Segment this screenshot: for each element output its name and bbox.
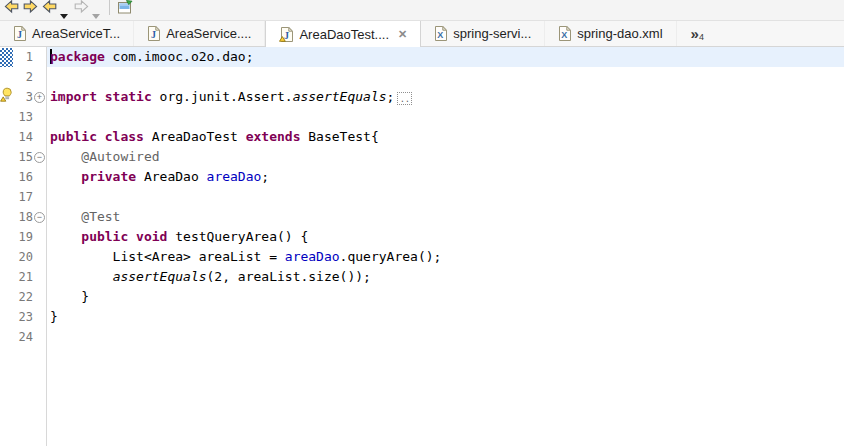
line-number: 2	[15, 67, 33, 87]
code-line-3: 3+import static org.junit.Assert.assertE…	[0, 87, 844, 107]
arrow-right-gray-icon	[74, 0, 89, 18]
svg-text:X: X	[437, 30, 443, 40]
token-static: assertEquals	[113, 269, 207, 284]
back-history-button[interactable]	[40, 0, 59, 18]
eclipse-ide-window: JAreaServiceT...JAreaService....JAreaDao…	[0, 0, 844, 446]
editor-tab-spring-daoxml[interactable]: Xspring-dao.xml	[545, 21, 676, 46]
fold-collapse-icon[interactable]: −	[34, 152, 45, 163]
code-text[interactable]	[47, 187, 844, 207]
back-history-button-dropdown[interactable]	[60, 0, 69, 23]
editor-tab-areaservice[interactable]: JAreaService....	[134, 21, 265, 46]
token-pl: }	[50, 289, 89, 304]
code-text[interactable]: import static org.junit.Assert.assertEqu…	[47, 87, 844, 107]
tab-label: AreaServiceT...	[32, 26, 120, 41]
forward-history-button[interactable]	[72, 0, 91, 18]
fold-ruler	[33, 107, 47, 127]
main-toolbar	[0, 0, 844, 21]
tab-label: spring-dao.xml	[577, 26, 662, 41]
code-text[interactable]: assertEquals(2, areaList.size());	[47, 267, 844, 287]
nav-forward-button[interactable]	[21, 0, 40, 18]
token-pl: ;	[261, 169, 269, 184]
fold-expand-icon[interactable]: +	[34, 92, 45, 103]
code-text[interactable]	[47, 67, 844, 87]
code-text[interactable]: public void testQueryArea() {	[47, 227, 844, 247]
tab-overflow-chevron[interactable]: »4	[691, 21, 704, 46]
editor-tab-areaservicet[interactable]: JAreaServiceT...	[0, 21, 134, 46]
code-line-1: 1package com.imooc.o2o.dao;	[0, 47, 844, 67]
editor-window-button[interactable]	[115, 0, 135, 18]
code-line-15: 15− @Autowired	[0, 147, 844, 167]
token-pl: AreaDaoTest	[144, 129, 246, 144]
token-kw: public class	[50, 129, 144, 144]
annotation-ruler	[0, 247, 15, 267]
code-line-16: 16 private AreaDao areaDao;	[0, 167, 844, 187]
tab-close-icon[interactable]: ✕	[398, 29, 407, 40]
code-text[interactable]: List<Area> areaList = areaDao.queryArea(…	[47, 247, 844, 267]
fold-ruler	[33, 327, 47, 347]
line-number: 19	[15, 227, 33, 247]
token-ann: @Test	[81, 209, 120, 224]
annotation-ruler	[0, 287, 15, 307]
code-text[interactable]: public class AreaDaoTest extends BaseTes…	[47, 127, 844, 147]
line-number: 24	[15, 327, 33, 347]
annotation-ruler	[0, 67, 15, 87]
editor-tab-spring-servi[interactable]: Xspring-servi...	[421, 21, 545, 46]
annotation-ruler	[0, 127, 15, 147]
token-pl: (2, areaList.size());	[207, 269, 371, 284]
code-text[interactable]	[47, 347, 844, 446]
line-number-ruler	[15, 347, 33, 446]
token-pl: .queryArea();	[340, 249, 442, 264]
line-number: 18	[15, 207, 33, 227]
code-text[interactable]: private AreaDao areaDao;	[47, 167, 844, 187]
token-field: areaDao	[285, 249, 340, 264]
code-text[interactable]: package com.imooc.o2o.dao;	[47, 47, 844, 67]
line-number: 15	[15, 147, 33, 167]
annotation-ruler	[0, 47, 15, 67]
xml-file-icon: X	[558, 26, 571, 41]
code-text[interactable]: }	[47, 307, 844, 327]
line-number: 22	[15, 287, 33, 307]
code-editor[interactable]: 1package com.imooc.o2o.dao;23+import sta…	[0, 47, 844, 446]
token-kw: package	[50, 49, 105, 64]
code-text[interactable]	[47, 327, 844, 347]
code-text[interactable]	[47, 107, 844, 127]
token-pl	[50, 229, 81, 244]
nav-back-button[interactable]	[2, 0, 21, 18]
fold-collapse-icon[interactable]: −	[34, 212, 45, 223]
token-pl	[50, 149, 81, 164]
code-text[interactable]: }	[47, 287, 844, 307]
annotation-ruler	[0, 207, 15, 227]
token-pl: AreaDao	[136, 169, 206, 184]
token-kw: private	[81, 169, 136, 184]
svg-text:J: J	[151, 29, 156, 40]
toolbar-separator	[109, 0, 110, 15]
code-text[interactable]: @Test	[47, 207, 844, 227]
editor-empty-area[interactable]	[0, 347, 844, 446]
collapsed-region-box[interactable]: ..	[397, 92, 412, 105]
annotation-ruler	[0, 307, 15, 327]
annotation-ruler	[0, 187, 15, 207]
warning-bulb-icon[interactable]	[0, 90, 14, 105]
code-line-13: 13	[0, 107, 844, 127]
annotation-ruler	[0, 147, 15, 167]
token-kw: import static	[50, 89, 152, 104]
range-indicator	[0, 48, 13, 67]
editor-window-icon	[117, 0, 133, 19]
arrow-right-yellow-icon	[23, 0, 38, 18]
java-file-icon: J	[13, 26, 26, 41]
token-pl: com.imooc.o2o.dao;	[105, 49, 254, 64]
annotation-ruler	[0, 107, 15, 127]
fold-ruler: +	[33, 87, 47, 107]
editor-tab-areadaotest[interactable]: JAreaDaoTest....✕	[265, 21, 421, 47]
token-kw: extends	[246, 129, 301, 144]
line-number: 17	[15, 187, 33, 207]
code-line-21: 21 assertEquals(2, areaList.size());	[0, 267, 844, 287]
code-line-22: 22 }	[0, 287, 844, 307]
code-text[interactable]: @Autowired	[47, 147, 844, 167]
arrow-left-yellow-icon	[42, 0, 57, 18]
token-pl: org.junit.Assert.	[152, 89, 293, 104]
line-number: 20	[15, 247, 33, 267]
token-kw: public void	[81, 229, 167, 244]
token-pl	[50, 169, 81, 184]
tab-label: AreaDaoTest....	[299, 27, 389, 42]
